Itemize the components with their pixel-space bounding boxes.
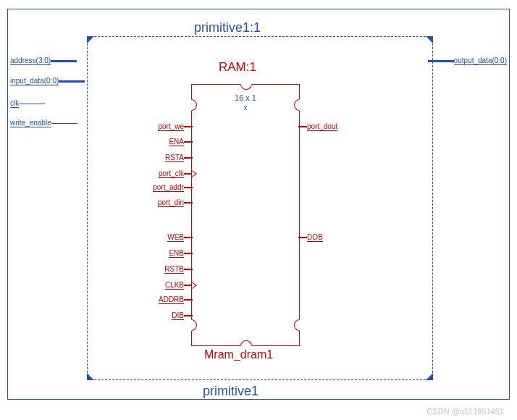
ram-port-input: ADDRB [159,295,193,304]
external-port-input: address(3:0) [10,56,77,66]
module-corner [426,373,433,380]
external-port-input: write_enable [10,118,77,128]
watermark: CSDN @q511951451 [426,407,504,416]
ram-port-output: port_dout [298,122,337,131]
ram-port-input: CLKB [165,281,193,290]
external-port-output: output_data(0:0) [428,56,507,66]
port-wire [51,60,77,62]
port-wire [298,237,307,238]
port-label: port_addr [153,184,184,192]
external-port-input: input_data(0:0) [10,76,85,86]
port-label: RSTA [165,154,184,162]
port-wire [428,60,454,62]
ram-block: 16 x 1 x port_weENARSTAport_clkport_addr… [191,84,300,346]
ram-notch [240,340,252,346]
port-wire [184,202,193,203]
module-corner [426,36,433,43]
ram-instance-label: Mram_dram1 [204,348,273,361]
ram-port-input: ENA [169,138,193,146]
port-label: port_clk [159,170,184,178]
ram-port-input: WEB [167,233,193,242]
port-label: CLKB [165,282,184,290]
port-label: ENA [169,138,184,146]
ram-notch [294,319,300,331]
port-label: port_dout [307,123,337,131]
port-wire [184,141,193,143]
port-label: DOB [307,234,323,242]
port-label: port_din [158,199,184,207]
port-wire [298,126,307,127]
ram-port-input: RSTA [165,154,193,162]
ram-notch [191,319,197,331]
ram-port-input: port_we [158,122,193,131]
port-wire [19,104,45,104]
ram-subtitle: x [192,104,299,112]
ram-port-input: RSTB [164,265,193,274]
module-corner [87,373,94,380]
port-label: RSTB [164,266,184,274]
ram-port-input: DIB [172,311,193,320]
ram-port-input: ENB [169,249,193,258]
port-label: input_data(0:0) [10,77,59,85]
ram-port-input: port_addr [153,183,193,192]
port-wire [184,299,193,301]
port-wire [184,269,193,270]
module-title-top: primitive1:1 [194,20,261,35]
port-label: DIB [172,312,184,320]
port-label: output_data(0:0) [454,57,507,65]
port-wire [59,80,85,83]
port-label: WEB [167,234,184,242]
port-label: write_enable [10,119,51,127]
ram-port-input: port_din [158,198,193,207]
ram-size-label: 16 x 1 [192,93,299,102]
module-corner [87,36,94,43]
port-label: port_we [158,123,184,131]
port-wire [51,123,77,124]
ram-title: RAM:1 [219,60,256,75]
port-wire [184,187,193,188]
port-label: address(3:0) [10,57,51,65]
ram-port-input: port_clk [159,169,193,178]
external-port-input: clk [10,98,45,109]
port-wire [184,157,193,159]
port-label: ENB [169,250,184,258]
port-wire [184,126,193,127]
port-label: clk [10,100,19,108]
module-title-bottom: primitive1 [203,384,258,399]
clock-indicator-icon [192,282,197,289]
port-label: ADDRB [159,296,184,304]
port-wire [184,237,193,238]
port-wire [184,315,193,316]
ram-notch [240,84,252,90]
clock-indicator-icon [192,170,197,177]
port-wire [184,253,193,254]
ram-port-output: DOB [298,233,323,242]
